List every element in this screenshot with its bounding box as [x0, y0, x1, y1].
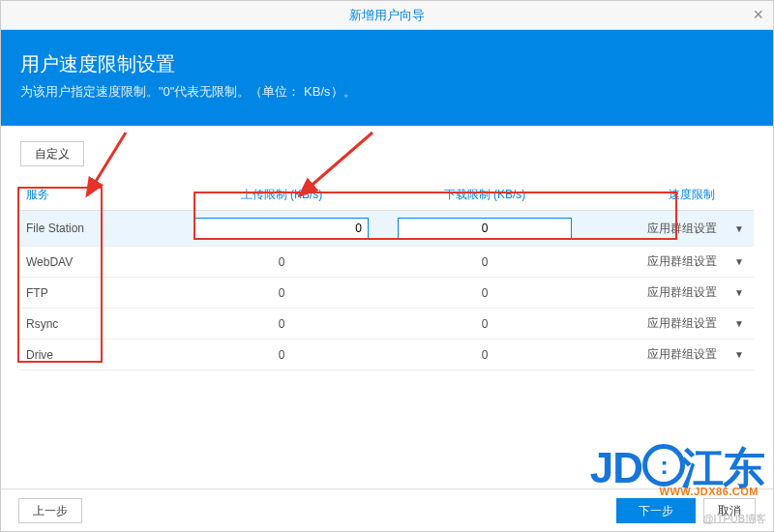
- watermark-logo: JD 江东: [590, 447, 764, 489]
- service-cell: WebDAV: [20, 247, 175, 278]
- service-cell: Drive: [20, 340, 175, 370]
- table-row[interactable]: File Station应用群组设置▼: [20, 211, 754, 247]
- upload-cell: 0: [175, 247, 388, 278]
- chevron-down-icon[interactable]: ▼: [734, 256, 744, 267]
- wizard-header: 用户速度限制设置 为该用户指定速度限制。"0"代表无限制。（单位： KB/s）。: [1, 30, 773, 126]
- limit-dropdown[interactable]: 应用群组设置: [647, 315, 717, 332]
- table-body: File Station应用群组设置▼WebDAV00应用群组设置▼FTP00应…: [20, 211, 754, 370]
- prev-button[interactable]: 上一步: [18, 498, 82, 523]
- limit-dropdown[interactable]: 应用群组设置: [647, 253, 717, 270]
- upload-input[interactable]: [194, 218, 369, 239]
- watermark-url: WWW.JDX86.COM: [660, 486, 759, 497]
- close-icon[interactable]: ×: [753, 5, 763, 25]
- service-cell: File Station: [20, 211, 175, 247]
- limit-cell: 应用群组设置▼: [581, 278, 754, 309]
- chevron-down-icon[interactable]: ▼: [734, 349, 744, 360]
- table-row[interactable]: WebDAV00应用群组设置▼: [20, 247, 754, 278]
- logo-circle-icon: [642, 444, 685, 487]
- chevron-down-icon[interactable]: ▼: [734, 287, 744, 298]
- window-title: 新增用户向导: [349, 7, 425, 24]
- table-row[interactable]: Rsync00应用群组设置▼: [20, 309, 754, 340]
- download-cell: [388, 211, 581, 247]
- upload-cell: [175, 211, 388, 247]
- limit-dropdown[interactable]: 应用群组设置: [647, 284, 717, 301]
- download-cell: 0: [388, 340, 581, 370]
- titlebar: 新增用户向导 ×: [1, 1, 773, 30]
- download-cell: 0: [388, 309, 581, 340]
- download-cell: 0: [388, 247, 581, 278]
- speed-limit-table: 服务 上传限制 (KB/s) 下载限制 (KB/s) 速度限制 File Sta…: [20, 180, 754, 370]
- next-button[interactable]: 下一步: [616, 498, 696, 523]
- col-upload[interactable]: 上传限制 (KB/s): [175, 180, 388, 211]
- limit-dropdown[interactable]: 应用群组设置: [647, 346, 717, 363]
- chevron-down-icon[interactable]: ▼: [734, 223, 744, 234]
- upload-cell: 0: [175, 278, 388, 309]
- upload-cell: 0: [175, 340, 388, 370]
- col-download[interactable]: 下载限制 (KB/s): [388, 180, 581, 211]
- col-limit[interactable]: 速度限制: [581, 180, 754, 211]
- download-input[interactable]: [398, 218, 572, 239]
- watermark-blog: @ITPUB博客: [702, 512, 766, 526]
- upload-cell: 0: [175, 309, 388, 340]
- table-row[interactable]: FTP00应用群组设置▼: [20, 278, 754, 309]
- page-title: 用户速度限制设置: [20, 51, 754, 77]
- limit-cell: 应用群组设置▼: [581, 309, 754, 340]
- service-cell: Rsync: [20, 309, 175, 340]
- custom-button[interactable]: 自定义: [20, 141, 84, 166]
- limit-cell: 应用群组设置▼: [581, 211, 754, 247]
- col-service[interactable]: 服务: [20, 180, 175, 211]
- limit-cell: 应用群组设置▼: [581, 247, 754, 278]
- limit-dropdown[interactable]: 应用群组设置: [647, 221, 717, 237]
- limit-cell: 应用群组设置▼: [581, 340, 754, 370]
- service-cell: FTP: [20, 278, 175, 309]
- table-row[interactable]: Drive00应用群组设置▼: [20, 340, 754, 370]
- download-cell: 0: [388, 278, 581, 309]
- chevron-down-icon[interactable]: ▼: [734, 318, 744, 329]
- footer: 上一步 下一步 取消: [1, 488, 773, 531]
- page-subtitle: 为该用户指定速度限制。"0"代表无限制。（单位： KB/s）。: [20, 83, 754, 101]
- content-area: 自定义 服务 上传限制 (KB/s) 下载限制 (KB/s) 速度限制 File…: [1, 126, 773, 488]
